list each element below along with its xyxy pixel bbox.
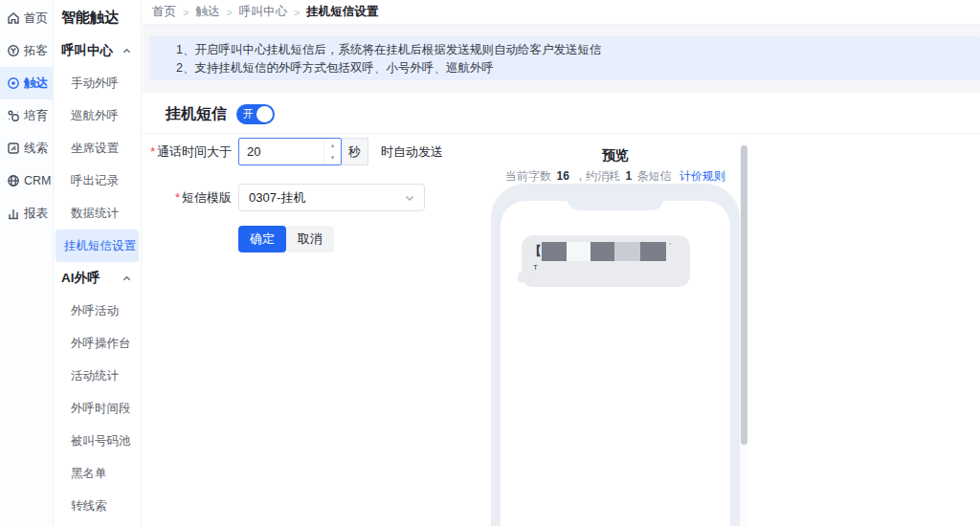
sidebar-item-label: 线索 [24, 141, 48, 157]
home-icon [7, 11, 20, 25]
sidebar-item-label: 报表 [24, 206, 48, 222]
sidebar-item-label: CRM [24, 174, 51, 187]
redacted-block [590, 242, 614, 261]
settings-panel: 挂机短信 开 *通话时间大于 ▲ ▼ [143, 93, 980, 526]
sms-cost-label: ，约消耗 [574, 169, 620, 183]
sms-bracket: 【 [529, 243, 542, 260]
toggle-on-label: 开 [243, 108, 254, 121]
breadcrumb-current: 挂机短信设置 [306, 4, 378, 20]
sidebar-item-reach[interactable]: 触达 [0, 67, 53, 99]
menu-item-called-number-pool[interactable]: 被叫号码池 [54, 425, 141, 457]
menu-item-outbound-time[interactable]: 外呼时间段 [54, 392, 141, 425]
menu-item-blacklist[interactable]: 黑名单 [54, 457, 141, 490]
nurture-icon [7, 109, 20, 122]
template-select-value: 0307-挂机 [249, 189, 305, 207]
breadcrumb-separator: > [183, 7, 189, 18]
menu-item-hangup-sms-settings[interactable]: 挂机短信设置 [56, 230, 139, 262]
required-asterisk: * [175, 190, 180, 205]
template-label: *短信模版 [143, 184, 232, 211]
confirm-button[interactable]: 确定 [238, 226, 286, 252]
preview-stats: 当前字数 16 ，约消耗 1 条短信 计价规则 [491, 168, 740, 185]
leads-icon [7, 142, 20, 155]
cancel-button[interactable]: 取消 [286, 226, 334, 252]
reach-icon [7, 77, 20, 90]
sidebar-item-prospect[interactable]: 拓客 [0, 34, 53, 67]
chevron-up-icon [122, 47, 131, 55]
sms-preview: 预览 当前字数 16 ，约消耗 1 条短信 计价规则 【 [491, 133, 740, 185]
menu-item-outbound-campaign[interactable]: 外呼活动 [54, 295, 141, 327]
menu-group-label: 呼叫中心 [61, 42, 113, 59]
duration-label: *通话时间大于 [143, 138, 232, 165]
preview-scrollbar-track[interactable] [740, 143, 747, 526]
breadcrumb-home[interactable]: 首页 [152, 4, 176, 20]
breadcrumb-call-center[interactable]: 呼叫中心 [239, 4, 287, 20]
sidebar-item-crm[interactable]: CRM [0, 164, 53, 197]
breadcrumb: 首页 > 触达 > 呼叫中心 > 挂机短信设置 [143, 0, 980, 25]
template-select[interactable]: 0307-挂机 [238, 184, 425, 211]
chevron-up-icon [122, 274, 131, 283]
preview-scrollbar-thumb[interactable] [741, 145, 747, 445]
redacted-block [567, 242, 590, 261]
sidebar-item-leads[interactable]: 线索 [0, 132, 53, 164]
hangup-sms-toggle[interactable]: 开 [236, 104, 275, 124]
menu-item-outbound-console[interactable]: 外呼操作台 [54, 327, 141, 360]
main-area: 首页 > 触达 > 呼叫中心 > 挂机短信设置 1、开启呼叫中心挂机短信后，系统… [143, 0, 980, 526]
sidebar-item-report[interactable]: 报表 [0, 197, 53, 230]
char-count-value: 16 [556, 169, 568, 183]
preview-title: 预览 [491, 147, 740, 164]
breadcrumb-separator: > [226, 7, 232, 18]
menu-item-to-leads[interactable]: 转线索 [54, 490, 141, 522]
prospect-icon [7, 44, 20, 57]
menu-item-data-stats[interactable]: 数据统计 [54, 197, 141, 230]
sms-unit-label: 条短信 [637, 169, 672, 183]
sms-redacted-line: 【 ◦ [529, 240, 682, 263]
info-banner: 1、开启呼叫中心挂机短信后，系统将在挂机后根据发送规则自动给客户发送短信 2、支… [149, 36, 980, 80]
duration-unit: 秒 [342, 138, 368, 165]
duration-input[interactable] [239, 139, 323, 164]
sidebar-item-label: 拓客 [24, 43, 48, 59]
sidebar-item-label: 触达 [24, 76, 48, 92]
sms-count-value: 1 [626, 169, 633, 183]
menu-item-manual-outbound[interactable]: 手动外呼 [54, 67, 141, 99]
menu-item-seat-settings[interactable]: 坐席设置 [54, 132, 141, 164]
sidebar-item-home[interactable]: 首页 [0, 2, 53, 34]
menu-group-ai-outbound[interactable]: AI外呼 [54, 262, 141, 295]
char-count-label: 当前字数 [505, 169, 551, 183]
duration-suffix: 时自动发送 [381, 138, 443, 165]
phone-mockup: 【 ◦ T [491, 184, 740, 526]
app-root: 首页 拓客 触达 培育 线索 CRM 报表 智能触达 呼叫中心 [0, 0, 980, 526]
phone-screen: 【 ◦ T [501, 201, 730, 526]
chevron-down-icon [405, 193, 414, 203]
toggle-knob [256, 106, 273, 122]
menu-item-campaign-stats[interactable]: 活动统计 [54, 360, 141, 392]
panel-title: 挂机短信 [166, 104, 227, 124]
redacted-block [542, 242, 567, 261]
redacted-block [614, 242, 640, 261]
primary-sidebar: 首页 拓客 触达 培育 线索 CRM 报表 [0, 0, 54, 526]
info-banner-line1: 1、开启呼叫中心挂机短信后，系统将在挂机后根据发送规则自动给客户发送短信 [176, 41, 970, 59]
number-spinner: ▲ ▼ [323, 139, 341, 164]
sidebar-item-nurture[interactable]: 培育 [0, 99, 53, 132]
breadcrumb-separator: > [294, 7, 300, 18]
required-asterisk: * [150, 144, 155, 159]
module-title: 智能触达 [54, 0, 141, 34]
phone-notch [568, 195, 663, 210]
redacted-block [640, 242, 666, 261]
sidebar-item-label: 首页 [24, 11, 48, 27]
duration-input-group: ▲ ▼ [238, 138, 342, 165]
settings-form: *通话时间大于 ▲ ▼ 秒 时自动发送 *短信模版 0307-挂机 [143, 133, 980, 526]
menu-group-call-center[interactable]: 呼叫中心 [54, 34, 141, 67]
secondary-sidebar: 智能触达 呼叫中心 手动外呼 巡航外呼 坐席设置 呼出记录 数据统计 挂机短信设… [54, 0, 142, 526]
info-banner-line2: 2、支持挂机短信的外呼方式包括双呼、小号外呼、巡航外呼 [176, 59, 970, 77]
menu-item-call-records[interactable]: 呼出记录 [54, 164, 141, 197]
spinner-down-button[interactable]: ▼ [324, 152, 341, 165]
sms-bubble: 【 ◦ T [522, 235, 690, 287]
redacted-mark: ◦ [669, 240, 671, 247]
pricing-rules-link[interactable]: 计价规则 [679, 169, 725, 183]
crm-icon [7, 174, 20, 187]
breadcrumb-reach[interactable]: 触达 [195, 4, 219, 20]
spinner-up-button[interactable]: ▲ [324, 139, 341, 152]
menu-group-label: AI外呼 [61, 270, 100, 287]
menu-item-cruise-outbound[interactable]: 巡航外呼 [54, 99, 141, 132]
sidebar-item-label: 培育 [24, 108, 48, 124]
